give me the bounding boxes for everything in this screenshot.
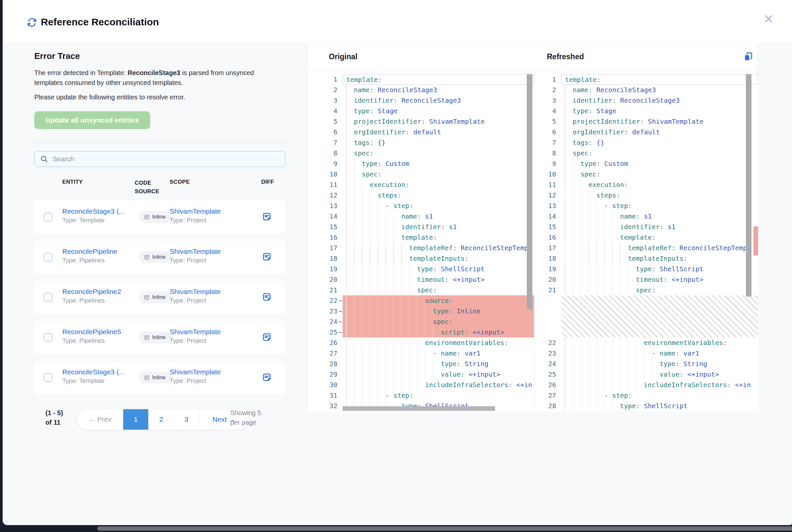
editor-vertical-scrollbar[interactable] bbox=[527, 74, 532, 309]
code-line: 19type: ShellScript bbox=[321, 264, 534, 274]
code-line: 10spec: bbox=[540, 169, 758, 179]
page-horizontal-scrollbar[interactable] bbox=[97, 527, 792, 531]
error-instruction: Please update the following entities to … bbox=[34, 92, 285, 102]
scope-cell: ShivamTemplateType: Project bbox=[170, 328, 221, 344]
scope-cell: ShivamTemplateType: Project bbox=[170, 207, 221, 224]
line-number: 4 bbox=[321, 106, 343, 116]
copy-icon[interactable] bbox=[743, 51, 753, 62]
code-line: 21spec: bbox=[321, 285, 534, 295]
per-page-text: Showing 5 per page bbox=[230, 408, 263, 427]
column-header-entity: ENTITY bbox=[62, 179, 83, 185]
code-line: 2name: ReconcileStage3 bbox=[321, 84, 534, 95]
line-number: 21 bbox=[540, 285, 561, 295]
line-number: 14 bbox=[321, 211, 343, 222]
line-number: 20 bbox=[540, 274, 561, 285]
view-diff-icon[interactable] bbox=[262, 332, 272, 342]
view-diff-icon[interactable] bbox=[262, 251, 272, 262]
code-line: 28type: String bbox=[321, 359, 534, 369]
row-checkbox[interactable] bbox=[44, 213, 52, 221]
diff-header: Original Refreshed bbox=[307, 44, 757, 71]
line-number: 7 bbox=[540, 137, 561, 148]
view-diff-icon[interactable] bbox=[262, 211, 272, 222]
line-number: 32 bbox=[321, 401, 343, 411]
code-line: 29value: <+input> bbox=[321, 369, 534, 380]
code-line: 13- step: bbox=[540, 201, 758, 211]
page-button-2[interactable]: 2 bbox=[149, 409, 174, 430]
scope-link[interactable]: ShivamTemplate bbox=[170, 248, 221, 255]
page-button-3[interactable]: 3 bbox=[174, 409, 199, 430]
inline-repo-icon bbox=[144, 375, 150, 381]
page-button-1[interactable]: 1 bbox=[123, 409, 149, 430]
row-checkbox[interactable] bbox=[44, 373, 52, 382]
code-line: 14name: s1 bbox=[540, 211, 758, 222]
code-line: 5projectIdentifier: ShivamTemplate bbox=[321, 116, 534, 127]
code-line: 18templateInputs: bbox=[540, 253, 758, 264]
line-number: 2 bbox=[540, 84, 561, 95]
code-line: 25−script: <+input> bbox=[321, 327, 534, 338]
entity-link[interactable]: ReconcileStage3 (... bbox=[62, 368, 136, 376]
line-number: 22− bbox=[321, 295, 343, 306]
search-input[interactable] bbox=[52, 155, 250, 163]
scope-link[interactable]: ShivamTemplate bbox=[170, 328, 221, 336]
row-checkbox[interactable] bbox=[44, 293, 52, 302]
scope-link[interactable]: ShivamTemplate bbox=[170, 368, 221, 376]
table-row: ReconcileStage3 (...Type: TemplateInline… bbox=[34, 201, 285, 234]
line-number: 23 bbox=[540, 348, 561, 359]
line-number: 11 bbox=[321, 179, 343, 190]
code-line: 21spec: bbox=[540, 285, 758, 295]
error-trace-heading: Error Trace bbox=[34, 51, 285, 61]
row-checkbox[interactable] bbox=[44, 333, 52, 342]
code-line: 30includeInfraSelectors: <+in bbox=[321, 380, 534, 390]
divider bbox=[34, 142, 285, 142]
entity-type-text: Type: Template bbox=[62, 216, 136, 224]
refreshed-editor[interactable]: 1template:2name: ReconcileStage33identif… bbox=[540, 74, 758, 412]
line-number: 5 bbox=[540, 116, 561, 127]
update-all-button[interactable]: Update all unsynced entities bbox=[34, 111, 150, 129]
entity-link[interactable]: ReconcilePipeline bbox=[62, 248, 136, 255]
scope-link[interactable]: ShivamTemplate bbox=[170, 288, 221, 296]
view-diff-icon[interactable] bbox=[262, 292, 272, 302]
line-number: 13 bbox=[540, 201, 561, 211]
error-trace-panel: Error Trace The error detected in Templa… bbox=[34, 51, 285, 441]
line-number: 26 bbox=[321, 338, 343, 348]
line-number: 17 bbox=[540, 243, 561, 253]
editor-vertical-scrollbar[interactable] bbox=[746, 74, 752, 297]
scope-type-text: Type: Project bbox=[170, 216, 221, 224]
search-box[interactable] bbox=[34, 151, 285, 167]
code-line: 20timeout: <+input> bbox=[321, 274, 534, 285]
line-number: 7 bbox=[321, 137, 343, 148]
panes-divider bbox=[534, 71, 534, 412]
diff-overview-marker bbox=[753, 227, 758, 255]
code-line: 28type: ShellScript bbox=[540, 401, 758, 411]
code-line: 15identifier: s1 bbox=[321, 222, 534, 232]
code-line: 26environmentVariables: bbox=[321, 338, 534, 348]
code-line: 3identifier: ReconcileStage3 bbox=[321, 95, 534, 106]
line-number: 9 bbox=[540, 158, 561, 169]
error-template-name: ReconcileStage3 bbox=[128, 69, 180, 76]
entity-link[interactable]: ReconcilePipeline2 bbox=[62, 288, 136, 296]
scope-link[interactable]: ShivamTemplate bbox=[170, 207, 221, 215]
line-number: 1 bbox=[540, 74, 561, 84]
entity-link[interactable]: ReconcilePipeline5 bbox=[62, 328, 136, 336]
line-number: 22 bbox=[540, 338, 561, 348]
sync-icon bbox=[26, 17, 38, 28]
row-checkbox[interactable] bbox=[44, 253, 52, 261]
prev-page-button[interactable]: ← Prev bbox=[77, 409, 123, 430]
entity-link[interactable]: ReconcileStage3 (... bbox=[62, 207, 136, 215]
error-description: The error detected in Template: Reconcil… bbox=[34, 68, 262, 88]
table-row: ReconcilePipeline2Type: PipelinesInlineS… bbox=[34, 281, 285, 314]
line-number: 24− bbox=[321, 316, 343, 327]
view-diff-icon[interactable] bbox=[262, 372, 272, 382]
code-line: 22environmentVariables: bbox=[540, 338, 758, 348]
original-label: Original bbox=[329, 52, 357, 61]
original-editor[interactable]: 1template:2name: ReconcileStage33identif… bbox=[321, 74, 534, 412]
pagination-range: (1 - 5) of 11 bbox=[45, 408, 69, 427]
code-source-badge: Inline bbox=[139, 211, 171, 223]
code-line: 24−spec: bbox=[321, 316, 534, 327]
code-line: 11execution: bbox=[321, 179, 534, 190]
close-icon[interactable] bbox=[763, 13, 774, 24]
line-number: 19 bbox=[540, 264, 561, 274]
deletion-marker: − bbox=[338, 306, 342, 316]
editor-horizontal-scrollbar[interactable] bbox=[343, 406, 495, 411]
inline-repo-icon bbox=[144, 294, 150, 300]
